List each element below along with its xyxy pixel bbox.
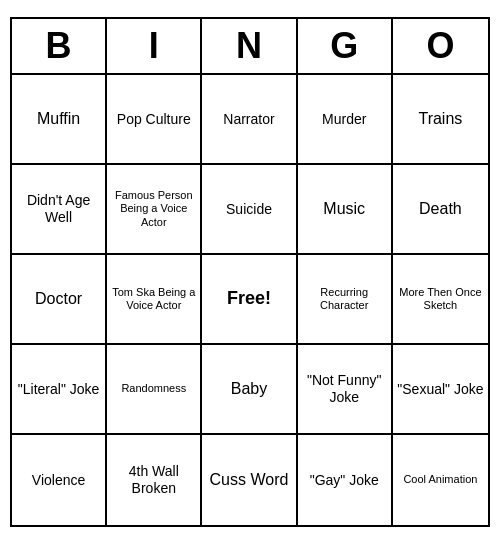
bingo-cell-5[interactable]: Didn't Age Well <box>12 165 107 255</box>
bingo-cell-7[interactable]: Suicide <box>202 165 297 255</box>
bingo-cell-1[interactable]: Pop Culture <box>107 75 202 165</box>
bingo-cell-0[interactable]: Muffin <box>12 75 107 165</box>
bingo-letter-i: I <box>107 19 202 73</box>
bingo-card: BINGO MuffinPop CultureNarratorMurderTra… <box>10 17 490 527</box>
bingo-header: BINGO <box>12 19 488 75</box>
bingo-cell-24[interactable]: Cool Animation <box>393 435 488 525</box>
bingo-cell-21[interactable]: 4th Wall Broken <box>107 435 202 525</box>
bingo-cell-4[interactable]: Trains <box>393 75 488 165</box>
bingo-letter-o: O <box>393 19 488 73</box>
bingo-cell-18[interactable]: "Not Funny" Joke <box>298 345 393 435</box>
bingo-cell-6[interactable]: Famous Person Being a Voice Actor <box>107 165 202 255</box>
bingo-cell-20[interactable]: Violence <box>12 435 107 525</box>
bingo-cell-2[interactable]: Narrator <box>202 75 297 165</box>
bingo-cell-14[interactable]: More Then Once Sketch <box>393 255 488 345</box>
bingo-cell-9[interactable]: Death <box>393 165 488 255</box>
bingo-letter-n: N <box>202 19 297 73</box>
bingo-cell-10[interactable]: Doctor <box>12 255 107 345</box>
bingo-cell-23[interactable]: "Gay" Joke <box>298 435 393 525</box>
bingo-letter-b: B <box>12 19 107 73</box>
bingo-grid: MuffinPop CultureNarratorMurderTrainsDid… <box>12 75 488 525</box>
bingo-letter-g: G <box>298 19 393 73</box>
bingo-cell-3[interactable]: Murder <box>298 75 393 165</box>
bingo-cell-8[interactable]: Music <box>298 165 393 255</box>
bingo-cell-15[interactable]: "Literal" Joke <box>12 345 107 435</box>
bingo-cell-16[interactable]: Randomness <box>107 345 202 435</box>
bingo-cell-11[interactable]: Tom Ska Being a Voice Actor <box>107 255 202 345</box>
bingo-cell-22[interactable]: Cuss Word <box>202 435 297 525</box>
bingo-cell-17[interactable]: Baby <box>202 345 297 435</box>
bingo-cell-13[interactable]: Recurring Character <box>298 255 393 345</box>
bingo-cell-19[interactable]: "Sexual" Joke <box>393 345 488 435</box>
bingo-cell-12[interactable]: Free! <box>202 255 297 345</box>
